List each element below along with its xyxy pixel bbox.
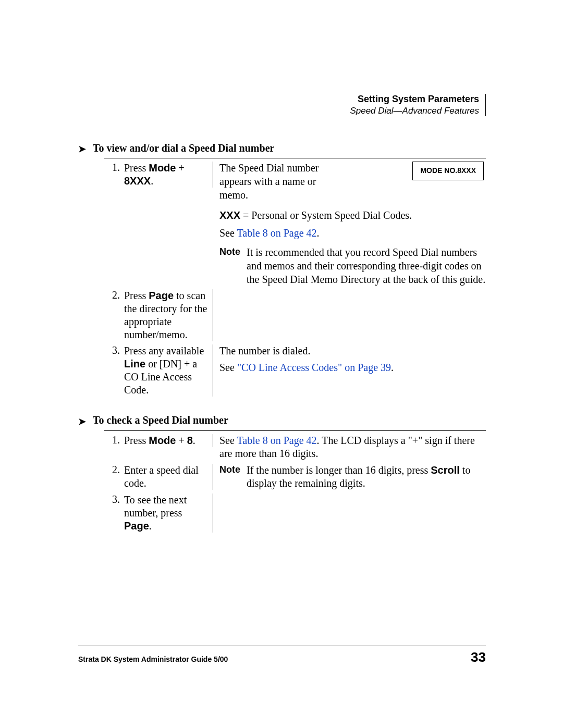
section-title-1: ➤To view and/or dial a Speed Dial number [78,142,486,155]
step-left: 2. Press Page to scan the directory for … [104,289,213,341]
step-left: 1. Press Mode + 8. [104,434,213,447]
step-right: Note If the number is longer than 16 dig… [213,464,486,490]
divider [104,430,486,431]
divider [104,158,486,158]
note: Note It is recommended that you record S… [219,246,486,286]
arrow-icon: ➤ [78,416,93,427]
step-right: See Table 8 on Page 42. The LCD displays… [213,434,486,461]
footer-doc-title: Strata DK System Administrator Guide 5/0… [78,655,228,663]
header-title: Setting System Parameters [78,94,479,105]
lcd-display: MODE NO.8XXX [412,162,484,180]
page-header: Setting System Parameters Speed Dial—Adv… [78,94,486,116]
step-right: MODE NO.8XXX The Speed Dial number appea… [213,162,486,286]
cross-ref-link[interactable]: "CO Line Access Codes" on Page 39 [237,362,391,373]
step-row: 2. Press Page to scan the directory for … [104,289,486,341]
cross-ref-link[interactable]: Table 8 on Page 42 [237,227,317,239]
section-title-2: ➤To check a Speed Dial number [78,414,486,427]
arrow-icon: ➤ [78,143,93,155]
step-left: 2. Enter a speed dial code. [104,464,213,490]
page-number: 33 [471,649,486,665]
header-subtitle: Speed Dial—Advanced Features [78,106,479,116]
step-row: 1. Press Mode + 8XXX. MODE NO.8XXX The S… [104,162,486,286]
footer-rule [78,646,486,646]
step-left: 3. To see the next number, press Page. [104,493,213,533]
step-row: 2. Enter a speed dial code. Note If the … [104,464,486,490]
page-footer: Strata DK System Administrator Guide 5/0… [78,646,486,665]
step-left: 1. Press Mode + 8XXX. [104,162,213,188]
step-row: 3. Press any available Line or [DN] + a … [104,344,486,397]
cross-ref-link[interactable]: Table 8 on Page 42 [237,435,317,446]
step-row: 3. To see the next number, press Page. [104,493,486,533]
step-right: The number is dialed. See "CO Line Acces… [213,344,486,374]
page-body: Setting System Parameters Speed Dial—Adv… [78,94,486,655]
note: Note If the number is longer than 16 dig… [219,464,486,490]
step-left: 3. Press any available Line or [DN] + a … [104,344,213,397]
step-row: 1. Press Mode + 8. See Table 8 on Page 4… [104,434,486,461]
